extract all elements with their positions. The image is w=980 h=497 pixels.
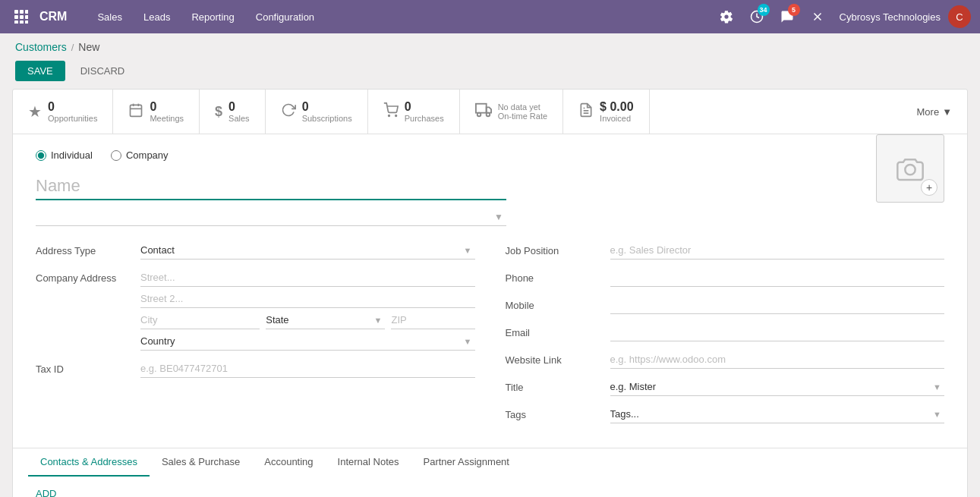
mobile-input[interactable] bbox=[610, 296, 945, 314]
stat-sales[interactable]: $ 0 Sales bbox=[200, 90, 266, 134]
stat-sales-number: 0 bbox=[228, 100, 250, 114]
breadcrumb-parent[interactable]: Customers bbox=[15, 41, 67, 53]
stat-ontime[interactable]: No data yet On-time Rate bbox=[460, 90, 563, 134]
star-icon: ★ bbox=[28, 102, 42, 121]
nav-configuration[interactable]: Configuration bbox=[247, 8, 323, 26]
svg-rect-4 bbox=[20, 15, 24, 19]
radio-individual-label[interactable]: Individual bbox=[36, 149, 93, 161]
stat-invoiced[interactable]: $ 0.00 Invoiced bbox=[563, 90, 649, 134]
more-button[interactable]: More ▼ bbox=[902, 90, 968, 134]
email-field: Email bbox=[506, 323, 945, 341]
radio-individual[interactable] bbox=[36, 150, 46, 161]
tab-internal-notes[interactable]: Internal Notes bbox=[326, 448, 411, 477]
stat-meetings[interactable]: 0 Meetings bbox=[113, 90, 200, 134]
stat-meetings-number: 0 bbox=[150, 100, 184, 114]
radio-company[interactable] bbox=[111, 150, 121, 161]
tax-id-field: Tax ID bbox=[36, 360, 475, 378]
stat-meetings-content: 0 Meetings bbox=[150, 100, 184, 123]
clock-icon[interactable]: 34 bbox=[745, 5, 768, 28]
topnav-right: 34 5 Cybrosys Technologies C bbox=[715, 5, 971, 28]
discard-button[interactable]: DISCARD bbox=[71, 61, 134, 81]
street-input[interactable] bbox=[140, 269, 475, 287]
add-button[interactable]: ADD bbox=[36, 488, 56, 497]
tax-id-label: Tax ID bbox=[36, 360, 134, 375]
tab-accounting[interactable]: Accounting bbox=[252, 448, 325, 477]
truck-icon bbox=[475, 102, 492, 122]
tags-field: Tags Tags... ▼ bbox=[506, 405, 945, 423]
tab-partner-assignment[interactable]: Partner Assignment bbox=[411, 448, 522, 477]
stat-purchases-label: Purchases bbox=[405, 114, 444, 123]
chat-icon[interactable]: 5 bbox=[776, 5, 799, 28]
nav-sales[interactable]: Sales bbox=[88, 8, 131, 26]
stat-opportunities[interactable]: ★ 0 Opportunities bbox=[13, 90, 113, 134]
save-button[interactable]: SAVE bbox=[15, 61, 65, 81]
radio-company-text: Company bbox=[126, 149, 169, 161]
refresh-icon bbox=[281, 102, 296, 121]
company-name: Cybrosys Technologies bbox=[840, 11, 941, 23]
form-right: Job Position Phone Mobile bbox=[506, 241, 945, 433]
svg-rect-3 bbox=[14, 15, 18, 19]
title-select-wrap: e.g. Mister ▼ bbox=[610, 378, 945, 396]
stat-ontime-content: No data yet On-time Rate bbox=[498, 102, 547, 121]
cart-icon bbox=[383, 102, 399, 121]
website-input[interactable] bbox=[610, 351, 945, 369]
job-position-input[interactable] bbox=[610, 241, 945, 260]
address-type-value: Contact ▼ bbox=[140, 241, 475, 260]
top-nav-menu: Sales Leads Reporting Configuration bbox=[88, 8, 714, 26]
title-select[interactable]: e.g. Mister bbox=[610, 378, 945, 396]
svg-rect-5 bbox=[25, 15, 28, 19]
svg-rect-8 bbox=[25, 20, 28, 24]
state-select[interactable]: State bbox=[266, 311, 385, 329]
photo-upload-box[interactable]: + bbox=[876, 134, 944, 203]
settings-icon[interactable] bbox=[715, 5, 738, 28]
stat-subscriptions[interactable]: 0 Subscriptions bbox=[266, 90, 368, 134]
nav-reporting[interactable]: Reporting bbox=[182, 8, 243, 26]
calendar-icon bbox=[128, 102, 143, 121]
radio-individual-text: Individual bbox=[51, 149, 93, 161]
stat-purchases-content: 0 Purchases bbox=[405, 100, 444, 123]
stat-opportunities-number: 0 bbox=[48, 100, 97, 114]
stat-opportunities-label: Opportunities bbox=[48, 114, 97, 123]
name-input[interactable] bbox=[36, 173, 506, 200]
svg-rect-1 bbox=[20, 10, 24, 14]
email-value bbox=[610, 323, 945, 341]
stat-invoiced-number: $ 0.00 bbox=[600, 100, 633, 114]
tab-contacts-addresses[interactable]: Contacts & Addresses bbox=[28, 448, 150, 477]
street2-input[interactable] bbox=[140, 290, 475, 308]
title-value: e.g. Mister ▼ bbox=[610, 378, 945, 396]
form-grid: Address Type Contact ▼ Company Address bbox=[36, 241, 944, 433]
email-input[interactable] bbox=[610, 323, 945, 341]
stat-meetings-label: Meetings bbox=[150, 114, 184, 123]
radio-company-label[interactable]: Company bbox=[111, 149, 169, 161]
close-icon[interactable] bbox=[806, 5, 829, 28]
tab-sales-purchase[interactable]: Sales & Purchase bbox=[150, 448, 252, 477]
grid-menu-icon[interactable] bbox=[9, 5, 33, 29]
user-avatar[interactable]: C bbox=[948, 5, 971, 28]
svg-point-24 bbox=[905, 165, 915, 175]
svg-rect-7 bbox=[20, 20, 24, 24]
phone-input[interactable] bbox=[610, 269, 945, 287]
svg-rect-18 bbox=[476, 103, 487, 112]
stat-ontime-label: On-time Rate bbox=[498, 112, 547, 121]
stat-opportunities-content: 0 Opportunities bbox=[48, 100, 97, 123]
nav-leads[interactable]: Leads bbox=[134, 8, 179, 26]
stat-sales-content: 0 Sales bbox=[228, 100, 250, 123]
tags-select[interactable]: Tags... bbox=[610, 405, 945, 423]
phone-value bbox=[610, 269, 945, 287]
svg-rect-12 bbox=[131, 105, 142, 116]
zip-input[interactable] bbox=[391, 311, 474, 329]
more-label: More bbox=[917, 106, 940, 118]
mobile-value bbox=[610, 296, 945, 314]
company-address-field: Company Address State ▼ bbox=[36, 269, 475, 351]
address-type-select[interactable]: Contact bbox=[140, 241, 475, 260]
svg-rect-0 bbox=[14, 10, 18, 14]
city-input[interactable] bbox=[140, 311, 260, 329]
website-value bbox=[610, 351, 945, 369]
stat-purchases[interactable]: 0 Purchases bbox=[368, 90, 460, 134]
country-select[interactable]: Country bbox=[140, 332, 475, 351]
tax-id-input[interactable] bbox=[140, 360, 475, 378]
photo-add-icon: + bbox=[921, 179, 937, 196]
company-select[interactable] bbox=[36, 208, 506, 226]
dollar-icon: $ bbox=[215, 104, 222, 120]
phone-label: Phone bbox=[506, 269, 604, 284]
